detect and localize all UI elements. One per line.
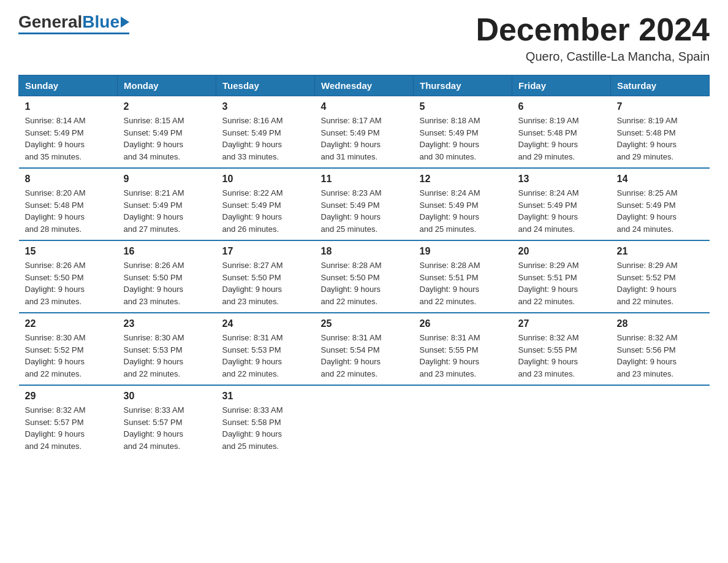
day-number: 31 [222, 391, 309, 402]
calendar-cell: 26 Sunrise: 8:31 AM Sunset: 5:55 PM Dayl… [414, 313, 512, 385]
day-number: 25 [321, 318, 408, 329]
calendar-cell: 5 Sunrise: 8:18 AM Sunset: 5:49 PM Dayli… [414, 96, 512, 169]
calendar-cell: 28 Sunrise: 8:32 AM Sunset: 5:56 PM Dayl… [611, 313, 710, 385]
calendar-cell: 30 Sunrise: 8:33 AM Sunset: 5:57 PM Dayl… [118, 385, 216, 457]
day-info: Sunrise: 8:21 AM Sunset: 5:49 PM Dayligh… [124, 187, 210, 235]
calendar-cell: 1 Sunrise: 8:14 AM Sunset: 5:49 PM Dayli… [19, 96, 118, 169]
day-number: 13 [518, 174, 605, 185]
calendar-cell: 31 Sunrise: 8:33 AM Sunset: 5:58 PM Dayl… [216, 385, 315, 457]
calendar-cell: 8 Sunrise: 8:20 AM Sunset: 5:48 PM Dayli… [19, 168, 118, 240]
month-title: December 2024 [476, 12, 710, 47]
day-number: 7 [617, 101, 703, 112]
calendar-week-row: 29 Sunrise: 8:32 AM Sunset: 5:57 PM Dayl… [19, 385, 710, 457]
day-number: 11 [321, 174, 408, 185]
calendar-cell: 11 Sunrise: 8:23 AM Sunset: 5:49 PM Dayl… [315, 168, 414, 240]
day-number: 29 [25, 391, 112, 402]
weekday-header-friday: Friday [512, 75, 611, 96]
weekday-header-wednesday: Wednesday [315, 75, 414, 96]
calendar-cell: 24 Sunrise: 8:31 AM Sunset: 5:53 PM Dayl… [216, 313, 315, 385]
calendar-cell: 3 Sunrise: 8:16 AM Sunset: 5:49 PM Dayli… [216, 96, 315, 169]
day-info: Sunrise: 8:33 AM Sunset: 5:57 PM Dayligh… [124, 404, 210, 452]
calendar-cell: 27 Sunrise: 8:32 AM Sunset: 5:55 PM Dayl… [512, 313, 611, 385]
calendar-cell: 9 Sunrise: 8:21 AM Sunset: 5:49 PM Dayli… [118, 168, 216, 240]
calendar-cell: 19 Sunrise: 8:28 AM Sunset: 5:51 PM Dayl… [414, 240, 512, 313]
logo-general-text: General [18, 12, 82, 32]
day-number: 12 [420, 174, 506, 185]
calendar-header: SundayMondayTuesdayWednesdayThursdayFrid… [19, 75, 710, 96]
day-info: Sunrise: 8:26 AM Sunset: 5:50 PM Dayligh… [25, 259, 112, 307]
day-info: Sunrise: 8:26 AM Sunset: 5:50 PM Dayligh… [124, 259, 210, 307]
logo-blue-text: Blue [82, 12, 119, 32]
day-number: 8 [25, 174, 112, 185]
calendar-table: SundayMondayTuesdayWednesdayThursdayFrid… [18, 75, 710, 457]
calendar-week-row: 8 Sunrise: 8:20 AM Sunset: 5:48 PM Dayli… [19, 168, 710, 240]
calendar-cell: 13 Sunrise: 8:24 AM Sunset: 5:49 PM Dayl… [512, 168, 611, 240]
day-number: 3 [222, 101, 309, 112]
day-info: Sunrise: 8:25 AM Sunset: 5:49 PM Dayligh… [617, 187, 703, 235]
day-number: 5 [420, 101, 506, 112]
calendar-week-row: 15 Sunrise: 8:26 AM Sunset: 5:50 PM Dayl… [19, 240, 710, 313]
weekday-header-thursday: Thursday [414, 75, 512, 96]
calendar-cell [315, 385, 414, 457]
day-number: 15 [25, 246, 112, 257]
calendar-cell: 23 Sunrise: 8:30 AM Sunset: 5:53 PM Dayl… [118, 313, 216, 385]
day-info: Sunrise: 8:28 AM Sunset: 5:51 PM Dayligh… [420, 259, 506, 307]
day-info: Sunrise: 8:17 AM Sunset: 5:49 PM Dayligh… [321, 115, 408, 163]
day-number: 24 [222, 318, 309, 329]
logo-blue-part: Blue [82, 12, 129, 32]
calendar-week-row: 1 Sunrise: 8:14 AM Sunset: 5:49 PM Dayli… [19, 96, 710, 169]
day-number: 28 [617, 318, 703, 329]
day-info: Sunrise: 8:30 AM Sunset: 5:52 PM Dayligh… [25, 332, 112, 380]
location-text: Quero, Castille-La Mancha, Spain [476, 50, 710, 64]
calendar-body: 1 Sunrise: 8:14 AM Sunset: 5:49 PM Dayli… [19, 96, 710, 458]
day-number: 19 [420, 246, 506, 257]
day-info: Sunrise: 8:29 AM Sunset: 5:51 PM Dayligh… [518, 259, 605, 307]
day-info: Sunrise: 8:31 AM Sunset: 5:53 PM Dayligh… [222, 332, 309, 380]
weekday-header-sunday: Sunday [19, 75, 118, 96]
day-number: 22 [25, 318, 112, 329]
day-info: Sunrise: 8:31 AM Sunset: 5:55 PM Dayligh… [420, 332, 506, 380]
calendar-cell: 22 Sunrise: 8:30 AM Sunset: 5:52 PM Dayl… [19, 313, 118, 385]
weekday-header-monday: Monday [118, 75, 216, 96]
calendar-cell: 29 Sunrise: 8:32 AM Sunset: 5:57 PM Dayl… [19, 385, 118, 457]
day-info: Sunrise: 8:30 AM Sunset: 5:53 PM Dayligh… [124, 332, 210, 380]
logo: General Blue [18, 12, 129, 34]
day-number: 23 [124, 318, 210, 329]
day-info: Sunrise: 8:24 AM Sunset: 5:49 PM Dayligh… [518, 187, 605, 235]
calendar-cell [414, 385, 512, 457]
page-header: General Blue December 2024 Quero, Castil… [18, 12, 710, 64]
calendar-cell: 12 Sunrise: 8:24 AM Sunset: 5:49 PM Dayl… [414, 168, 512, 240]
day-info: Sunrise: 8:22 AM Sunset: 5:49 PM Dayligh… [222, 187, 309, 235]
calendar-cell: 2 Sunrise: 8:15 AM Sunset: 5:49 PM Dayli… [118, 96, 216, 169]
day-number: 2 [124, 101, 210, 112]
weekday-header-saturday: Saturday [611, 75, 710, 96]
day-info: Sunrise: 8:32 AM Sunset: 5:56 PM Dayligh… [617, 332, 703, 380]
calendar-cell [512, 385, 611, 457]
day-number: 17 [222, 246, 309, 257]
day-info: Sunrise: 8:32 AM Sunset: 5:57 PM Dayligh… [25, 404, 112, 452]
day-info: Sunrise: 8:19 AM Sunset: 5:48 PM Dayligh… [518, 115, 605, 163]
calendar-cell: 25 Sunrise: 8:31 AM Sunset: 5:54 PM Dayl… [315, 313, 414, 385]
day-number: 9 [124, 174, 210, 185]
day-number: 10 [222, 174, 309, 185]
calendar-cell: 14 Sunrise: 8:25 AM Sunset: 5:49 PM Dayl… [611, 168, 710, 240]
day-info: Sunrise: 8:32 AM Sunset: 5:55 PM Dayligh… [518, 332, 605, 380]
day-number: 1 [25, 101, 112, 112]
day-number: 14 [617, 174, 703, 185]
day-number: 26 [420, 318, 506, 329]
day-info: Sunrise: 8:31 AM Sunset: 5:54 PM Dayligh… [321, 332, 408, 380]
weekday-header-tuesday: Tuesday [216, 75, 315, 96]
day-number: 4 [321, 101, 408, 112]
day-number: 6 [518, 101, 605, 112]
day-info: Sunrise: 8:29 AM Sunset: 5:52 PM Dayligh… [617, 259, 703, 307]
calendar-cell: 18 Sunrise: 8:28 AM Sunset: 5:50 PM Dayl… [315, 240, 414, 313]
day-info: Sunrise: 8:16 AM Sunset: 5:49 PM Dayligh… [222, 115, 309, 163]
calendar-cell: 7 Sunrise: 8:19 AM Sunset: 5:48 PM Dayli… [611, 96, 710, 169]
day-info: Sunrise: 8:33 AM Sunset: 5:58 PM Dayligh… [222, 404, 309, 452]
day-info: Sunrise: 8:24 AM Sunset: 5:49 PM Dayligh… [420, 187, 506, 235]
calendar-cell: 20 Sunrise: 8:29 AM Sunset: 5:51 PM Dayl… [512, 240, 611, 313]
day-info: Sunrise: 8:20 AM Sunset: 5:48 PM Dayligh… [25, 187, 112, 235]
calendar-week-row: 22 Sunrise: 8:30 AM Sunset: 5:52 PM Dayl… [19, 313, 710, 385]
day-info: Sunrise: 8:15 AM Sunset: 5:49 PM Dayligh… [124, 115, 210, 163]
day-number: 18 [321, 246, 408, 257]
